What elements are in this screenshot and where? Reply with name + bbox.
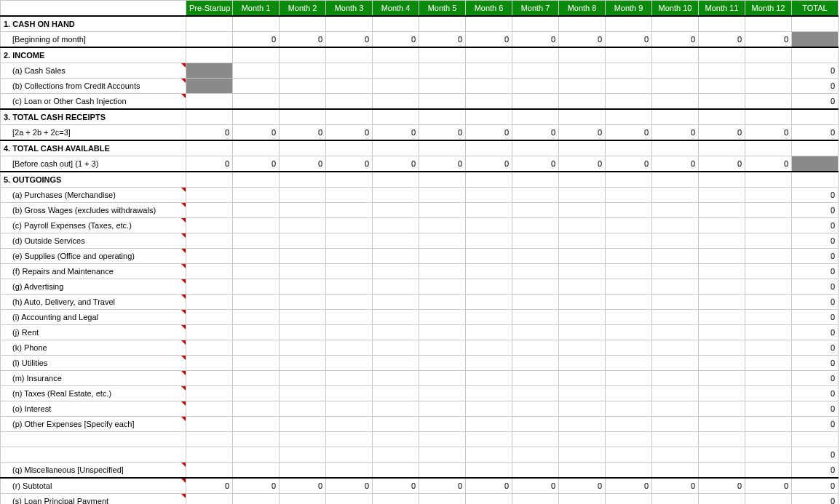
cell[interactable] [745, 203, 792, 218]
row-label[interactable]: (d) Outside Services [1, 233, 186, 249]
cell[interactable] [186, 494, 233, 505]
cell[interactable] [699, 47, 745, 63]
cell[interactable] [466, 140, 512, 156]
cell[interactable] [466, 432, 512, 447]
cell[interactable] [512, 218, 559, 233]
cell[interactable] [606, 463, 652, 479]
cell[interactable] [326, 356, 373, 371]
cell[interactable] [652, 140, 699, 156]
cell[interactable] [606, 109, 652, 125]
cell[interactable] [466, 310, 512, 325]
cell[interactable] [326, 109, 373, 125]
cell[interactable] [512, 310, 559, 325]
cell[interactable] [373, 172, 419, 188]
cell[interactable] [280, 188, 326, 203]
cell[interactable] [326, 94, 373, 110]
cell[interactable] [559, 140, 606, 156]
cell[interactable] [280, 109, 326, 125]
cell[interactable] [512, 432, 559, 447]
cell[interactable]: 0 [652, 478, 699, 494]
cell[interactable] [559, 47, 606, 63]
cell[interactable] [699, 463, 745, 479]
row-label[interactable]: (b) Gross Wages (excludes withdrawals) [1, 203, 186, 218]
cell[interactable] [233, 188, 280, 203]
cell[interactable] [373, 463, 419, 479]
cell[interactable] [699, 140, 745, 156]
cell[interactable] [699, 63, 745, 79]
cell[interactable] [559, 203, 606, 218]
cell[interactable] [512, 386, 559, 401]
cell[interactable] [559, 218, 606, 233]
cell[interactable] [419, 310, 466, 325]
cell[interactable] [233, 94, 280, 110]
cell[interactable] [559, 340, 606, 356]
cell[interactable] [512, 140, 559, 156]
cell[interactable] [745, 340, 792, 356]
cell[interactable] [466, 447, 512, 463]
cell[interactable] [280, 140, 326, 156]
cell[interactable] [652, 310, 699, 325]
cell[interactable] [652, 233, 699, 249]
row-label[interactable]: (p) Other Expenses [Specify each] [1, 417, 186, 432]
cell[interactable] [606, 16, 652, 32]
cell[interactable] [186, 233, 233, 249]
cell[interactable] [280, 249, 326, 264]
cell[interactable] [419, 203, 466, 218]
cell[interactable] [326, 218, 373, 233]
cell[interactable]: 0 [186, 156, 233, 172]
cell[interactable] [652, 218, 699, 233]
cell[interactable] [606, 432, 652, 447]
cell[interactable] [186, 447, 233, 463]
cell[interactable] [466, 494, 512, 505]
cell[interactable] [559, 401, 606, 417]
cell[interactable] [466, 188, 512, 203]
cell[interactable] [233, 295, 280, 310]
cell[interactable] [280, 203, 326, 218]
cell-total[interactable]: 0 [792, 356, 839, 371]
cell-total[interactable]: 0 [792, 340, 839, 356]
cell[interactable] [373, 203, 419, 218]
cell[interactable]: 0 [326, 125, 373, 141]
cell[interactable] [466, 356, 512, 371]
cell[interactable] [559, 447, 606, 463]
cell[interactable] [233, 279, 280, 295]
cell[interactable] [326, 140, 373, 156]
cell[interactable] [280, 417, 326, 432]
cell[interactable] [652, 203, 699, 218]
cell[interactable] [559, 264, 606, 279]
cell[interactable] [512, 295, 559, 310]
cell-total[interactable]: 0 [792, 79, 839, 94]
cell[interactable]: 0 [699, 478, 745, 494]
cell[interactable] [419, 218, 466, 233]
cell[interactable] [280, 279, 326, 295]
cell[interactable] [233, 109, 280, 125]
cell-total[interactable]: 0 [792, 188, 839, 203]
cell[interactable] [466, 386, 512, 401]
row-label[interactable]: (g) Advertising [1, 279, 186, 295]
cell[interactable]: 0 [373, 125, 419, 141]
cell[interactable] [233, 325, 280, 340]
cell[interactable]: 0 [745, 156, 792, 172]
cell[interactable] [186, 218, 233, 233]
cell-total[interactable]: 0 [792, 295, 839, 310]
cell[interactable]: 0 [280, 32, 326, 48]
cell[interactable] [606, 310, 652, 325]
cell[interactable] [652, 417, 699, 432]
cell[interactable] [326, 494, 373, 505]
cell[interactable] [466, 63, 512, 79]
cell[interactable] [745, 249, 792, 264]
cell[interactable] [373, 371, 419, 386]
cell[interactable] [233, 249, 280, 264]
cell[interactable] [559, 310, 606, 325]
row-label[interactable]: 2. INCOME [1, 47, 186, 63]
cell[interactable] [559, 16, 606, 32]
cell[interactable] [280, 386, 326, 401]
cell[interactable]: 0 [186, 478, 233, 494]
cell[interactable] [606, 447, 652, 463]
cell[interactable] [652, 16, 699, 32]
row-label[interactable]: (c) Loan or Other Cash Injection [1, 94, 186, 110]
cell[interactable] [699, 295, 745, 310]
cell[interactable] [512, 356, 559, 371]
cell[interactable] [699, 401, 745, 417]
cell[interactable]: 0 [280, 156, 326, 172]
